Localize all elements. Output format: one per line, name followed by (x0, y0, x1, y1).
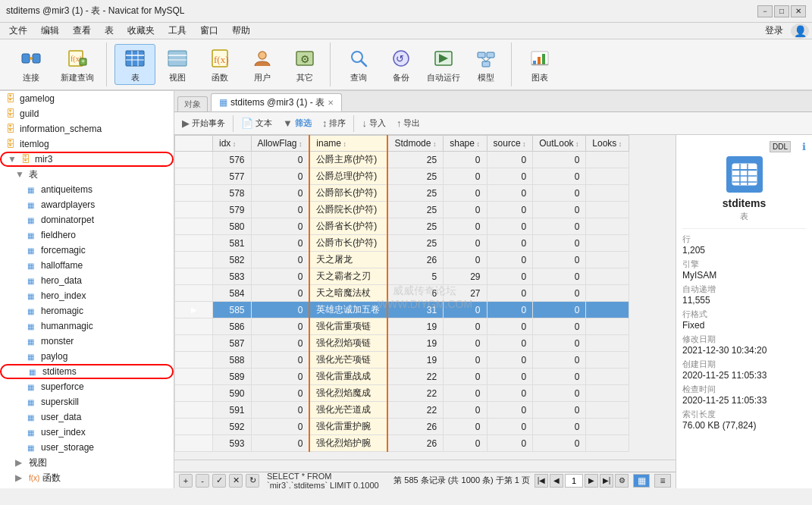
cell-looks[interactable] (586, 268, 629, 285)
cell-source[interactable]: 0 (487, 185, 533, 202)
cell-looks[interactable] (586, 252, 629, 268)
cell-outlook[interactable]: 0 (533, 302, 586, 318)
table-row[interactable]: 5910强化光芒道成22000 (175, 402, 629, 419)
cell-iname[interactable]: 强化烈焰项链 (309, 335, 387, 352)
cell-stdmode[interactable]: 26 (387, 419, 443, 435)
tab-stditems[interactable]: ▦ stditems @mir3 (1) - 表 ✕ (211, 93, 342, 111)
cell-iname[interactable]: 公爵市长(护符) (309, 235, 387, 252)
cell-stdmode[interactable]: 25 (387, 218, 443, 235)
login-button[interactable]: 登录 (759, 23, 789, 39)
cell-allowflag[interactable]: 0 (251, 235, 309, 252)
cell-idx[interactable]: 583 (213, 268, 252, 285)
cell-iname[interactable]: 天之屠龙 (309, 252, 387, 268)
cell-source[interactable]: 0 (487, 152, 533, 168)
cell-idx[interactable]: 587 (213, 335, 252, 352)
cell-stdmode[interactable]: 5 (387, 268, 443, 285)
cell-looks[interactable] (586, 152, 629, 168)
tab-close-button[interactable]: ✕ (328, 99, 334, 107)
horizontal-scrollbar[interactable] (174, 460, 676, 472)
sidebar-group-queries[interactable]: ▶ 查询 (0, 485, 174, 488)
cell-outlook[interactable]: 0 (533, 218, 586, 235)
cell-idx[interactable]: 591 (213, 402, 252, 419)
hscroll-inner[interactable] (174, 460, 676, 472)
cell-source[interactable]: 0 (487, 302, 533, 318)
cell-idx[interactable]: 584 (213, 285, 252, 302)
info-icon[interactable]: ℹ (802, 141, 806, 152)
cell-source[interactable]: 0 (487, 252, 533, 268)
sidebar-item-paylog[interactable]: ▦ paylog (0, 349, 174, 364)
cell-shape[interactable]: 0 (444, 185, 487, 202)
cell-shape[interactable]: 0 (444, 218, 487, 235)
menu-favorites[interactable]: 收藏夹 (121, 23, 161, 39)
cell-outlook[interactable]: 0 (533, 402, 586, 419)
table-row[interactable]: 5810公爵市长(护符)25000 (175, 235, 629, 252)
table-row[interactable]: 5770公爵总理(护符)25000 (175, 168, 629, 185)
cell-looks[interactable] (586, 318, 629, 335)
cell-outlook[interactable]: 0 (533, 285, 586, 302)
sidebar-item-forcemagic[interactable]: ▦ forcemagic (0, 243, 174, 258)
cell-source[interactable]: 0 (487, 218, 533, 235)
cell-iname[interactable]: 公爵省长(护符) (309, 218, 387, 235)
cell-shape[interactable]: 0 (444, 419, 487, 435)
view-button[interactable]: 视图 (157, 44, 198, 85)
cell-iname[interactable]: 公爵部长(护符) (309, 185, 387, 202)
cell-stdmode[interactable]: 25 (387, 168, 443, 185)
col-stdmode[interactable]: Stdmode (387, 136, 443, 152)
cell-looks[interactable] (586, 285, 629, 302)
cell-allowflag[interactable]: 0 (251, 369, 309, 385)
cell-looks[interactable] (586, 369, 629, 385)
menu-view[interactable]: 查看 (67, 23, 97, 39)
sidebar-item-stditems[interactable]: ▦ stditems (0, 364, 174, 379)
cell-stdmode[interactable]: 25 (387, 202, 443, 218)
sidebar-item-hero-data[interactable]: ▦ hero_data (0, 273, 174, 288)
prev-page-button[interactable]: ◀ (550, 474, 563, 488)
other-button[interactable]: ⚙ 其它 (284, 44, 325, 85)
go-button[interactable]: ⚙ (615, 474, 629, 488)
sidebar-item-monster[interactable]: ▦ monster (0, 334, 174, 349)
cell-stdmode[interactable]: 19 (387, 335, 443, 352)
sidebar-item-humanmagic[interactable]: ▦ humanmagic (0, 318, 174, 334)
cell-source[interactable]: 0 (487, 402, 533, 419)
cell-iname[interactable]: 强化雷重项链 (309, 318, 387, 335)
col-shape[interactable]: shape (444, 136, 487, 152)
cell-shape[interactable]: 0 (444, 352, 487, 369)
close-button[interactable]: ✕ (791, 5, 806, 17)
autorun-button[interactable]: 自动运行 (423, 44, 464, 85)
cell-looks[interactable] (586, 218, 629, 235)
cell-looks[interactable] (586, 185, 629, 202)
cell-source[interactable]: 0 (487, 435, 533, 452)
grid-view-button[interactable]: ▦ (633, 474, 650, 488)
table-row[interactable]: 5840天之暗魔法杖62700 (175, 285, 629, 302)
cell-source[interactable]: 0 (487, 369, 533, 385)
cell-outlook[interactable]: 0 (533, 318, 586, 335)
cell-shape[interactable]: 27 (444, 285, 487, 302)
cell-iname[interactable]: 强化烈焰魔成 (309, 385, 387, 402)
cell-stdmode[interactable]: 25 (387, 235, 443, 252)
sidebar-item-heromagic[interactable]: ▦ heromagic (0, 303, 174, 318)
cell-outlook[interactable]: 0 (533, 235, 586, 252)
cell-outlook[interactable]: 0 (533, 168, 586, 185)
col-iname[interactable]: iname (309, 136, 387, 152)
menu-edit[interactable]: 编辑 (35, 23, 65, 39)
cell-outlook[interactable]: 0 (533, 185, 586, 202)
backup-button[interactable]: ↺ 备份 (381, 44, 422, 85)
cell-idx[interactable]: 580 (213, 218, 252, 235)
sidebar-item-guild[interactable]: 🗄 guild (0, 106, 174, 121)
confirm-button[interactable]: ✓ (212, 474, 226, 488)
sidebar-item-halloffame[interactable]: ▦ halloffame (0, 258, 174, 273)
cell-looks[interactable] (586, 235, 629, 252)
col-idx[interactable]: idx (213, 136, 252, 152)
cell-outlook[interactable]: 0 (533, 435, 586, 452)
cell-outlook[interactable]: 0 (533, 268, 586, 285)
new-query-button[interactable]: f(x) + 新建查询 (53, 44, 102, 85)
cell-stdmode[interactable]: 26 (387, 252, 443, 268)
cell-outlook[interactable]: 0 (533, 152, 586, 168)
cell-shape[interactable]: 0 (444, 385, 487, 402)
col-outlook[interactable]: OutLook (533, 136, 586, 152)
cell-looks[interactable] (586, 419, 629, 435)
function-button[interactable]: f(x) 函数 (199, 44, 240, 85)
cell-idx[interactable]: 585 (213, 302, 252, 318)
cell-iname[interactable]: 强化雷重战成 (309, 369, 387, 385)
sidebar-group-functions[interactable]: ▶ f(x) 函数 (0, 470, 174, 485)
cell-allowflag[interactable]: 0 (251, 352, 309, 369)
